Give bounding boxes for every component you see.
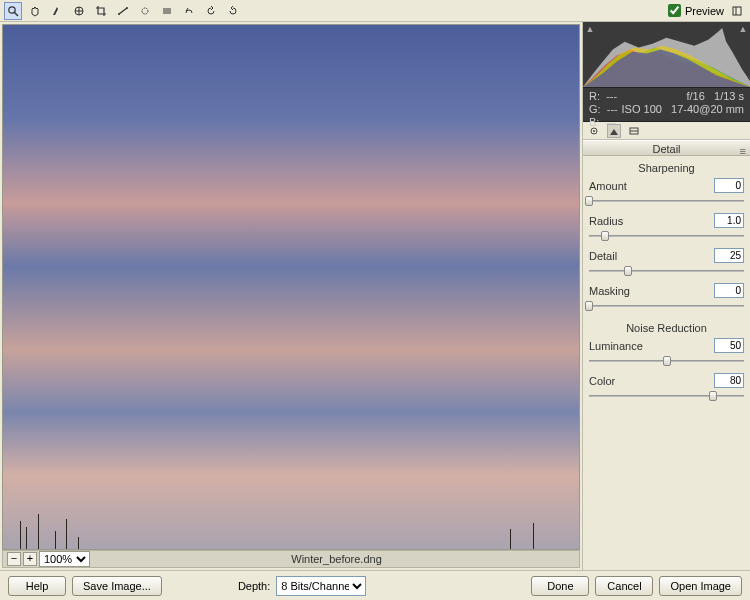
svg-point-6 <box>118 13 120 15</box>
masking-input[interactable] <box>714 283 744 298</box>
white-balance-tool[interactable] <box>48 2 66 20</box>
done-button[interactable]: Done <box>531 576 589 596</box>
preview-pane: − + 100% Winter_before.dng <box>0 22 582 570</box>
depth-label: Depth: <box>238 580 270 592</box>
rotate-ccw-icon[interactable] <box>202 2 220 20</box>
preview-checkbox[interactable]: Preview <box>668 4 724 17</box>
param-detail: Detail <box>589 248 744 277</box>
luminance-input[interactable] <box>714 338 744 353</box>
color-slider[interactable] <box>589 390 744 402</box>
straighten-tool[interactable] <box>114 2 132 20</box>
app-root: Preview − + <box>0 0 750 600</box>
radius-slider[interactable] <box>589 230 744 242</box>
zoom-controls: − + 100% <box>3 551 94 567</box>
color-label: Color <box>589 375 615 387</box>
tree-silhouettes <box>3 509 579 549</box>
svg-point-8 <box>142 8 148 14</box>
image-canvas[interactable] <box>2 24 580 550</box>
side-panel: ▲ ▲ R: --- G: --- B: --- f/16 1/1 <box>582 22 750 570</box>
amount-slider[interactable] <box>589 195 744 207</box>
redeye-tool[interactable] <box>158 2 176 20</box>
main-row: − + 100% Winter_before.dng ▲ ▲ <box>0 22 750 570</box>
svg-point-7 <box>126 7 128 9</box>
panel-title-text: Detail <box>652 143 680 155</box>
tab-hsl-icon[interactable] <box>627 124 641 138</box>
depth-select[interactable]: 8 Bits/Channel <box>276 576 366 596</box>
masking-slider[interactable] <box>589 300 744 312</box>
zoom-select[interactable]: 100% <box>39 551 90 567</box>
luminance-label: Luminance <box>589 340 643 352</box>
detail-slider[interactable] <box>589 265 744 277</box>
tab-basic-icon[interactable] <box>587 124 601 138</box>
svg-point-0 <box>9 6 15 12</box>
filename-label: Winter_before.dng <box>94 553 579 565</box>
fullscreen-toggle-icon[interactable] <box>728 2 746 20</box>
svg-rect-13 <box>733 7 741 15</box>
color-sampler-tool[interactable] <box>70 2 88 20</box>
param-color: Color <box>589 373 744 402</box>
info-readout: R: --- G: --- B: --- f/16 1/13 s ISO 100… <box>583 88 750 122</box>
svg-point-15 <box>593 130 595 132</box>
detail-label: Detail <box>589 250 617 262</box>
amount-input[interactable] <box>714 178 744 193</box>
save-image-button[interactable]: Save Image... <box>72 576 162 596</box>
panel-tabs <box>583 122 750 140</box>
param-amount: Amount <box>589 178 744 207</box>
radius-input[interactable] <box>714 213 744 228</box>
preview-checkbox-input[interactable] <box>668 4 681 17</box>
svg-line-5 <box>119 8 127 14</box>
detail-input[interactable] <box>714 248 744 263</box>
retouch-tool[interactable] <box>136 2 154 20</box>
amount-label: Amount <box>589 180 627 192</box>
radius-label: Radius <box>589 215 623 227</box>
svg-line-1 <box>15 12 19 16</box>
param-masking: Masking <box>589 283 744 312</box>
footer: Help Save Image... Depth: 8 Bits/Channel… <box>0 570 750 600</box>
param-luminance: Luminance <box>589 338 744 367</box>
hand-tool[interactable] <box>26 2 44 20</box>
rotate-cw-icon[interactable] <box>224 2 242 20</box>
panel-body: Sharpening Amount Radius <box>583 156 750 412</box>
panel-title-bar: Detail ≡ <box>583 140 750 156</box>
zoom-out-button[interactable]: − <box>7 552 21 566</box>
histogram[interactable]: ▲ ▲ <box>583 22 750 88</box>
preview-label: Preview <box>685 5 724 17</box>
panel-menu-icon[interactable]: ≡ <box>740 143 746 159</box>
prefs-tool[interactable] <box>180 2 198 20</box>
zoom-tool[interactable] <box>4 2 22 20</box>
status-bar: − + 100% Winter_before.dng <box>2 550 580 568</box>
param-radius: Radius <box>589 213 744 242</box>
masking-label: Masking <box>589 285 630 297</box>
open-image-button[interactable]: Open Image <box>659 576 742 596</box>
luminance-slider[interactable] <box>589 355 744 367</box>
color-input[interactable] <box>714 373 744 388</box>
help-button[interactable]: Help <box>8 576 66 596</box>
cancel-button[interactable]: Cancel <box>595 576 653 596</box>
tab-detail-icon[interactable] <box>607 124 621 138</box>
crop-tool[interactable] <box>92 2 110 20</box>
sharpening-header: Sharpening <box>589 160 744 178</box>
noise-header: Noise Reduction <box>589 320 744 338</box>
zoom-in-button[interactable]: + <box>23 552 37 566</box>
toolbar: Preview <box>0 0 750 22</box>
